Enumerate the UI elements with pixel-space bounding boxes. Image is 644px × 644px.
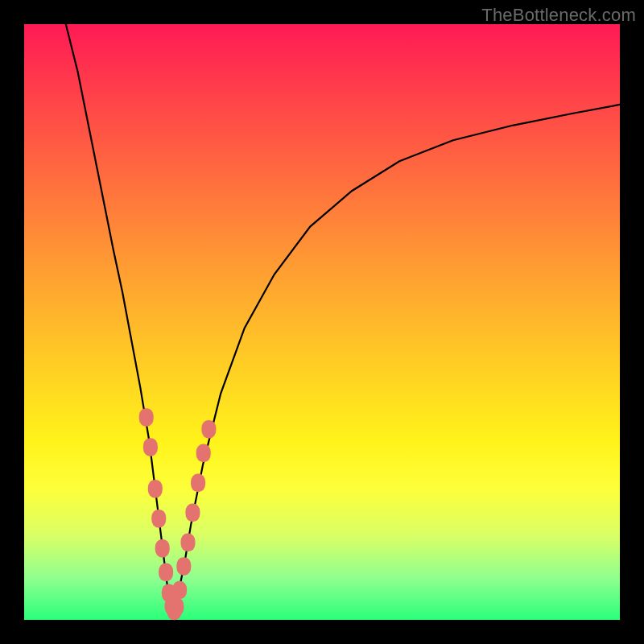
data-marker [169,597,184,616]
data-marker [176,557,191,576]
marker-layer [139,408,217,620]
data-marker [172,581,187,600]
data-marker [155,539,170,558]
data-marker [151,510,166,528]
data-marker [185,504,200,522]
data-marker [196,444,211,463]
plot-area [24,24,620,620]
chart-frame: TheBottleneck.com [0,0,644,644]
data-marker [159,564,173,582]
watermark-text: TheBottleneck.com [481,5,636,26]
data-marker [143,438,158,456]
data-marker [139,408,154,427]
data-marker [181,534,196,552]
chart-svg [24,24,620,620]
data-marker [191,474,205,493]
data-marker [148,480,163,498]
data-marker [201,420,216,439]
curve-right-branch [176,105,620,608]
